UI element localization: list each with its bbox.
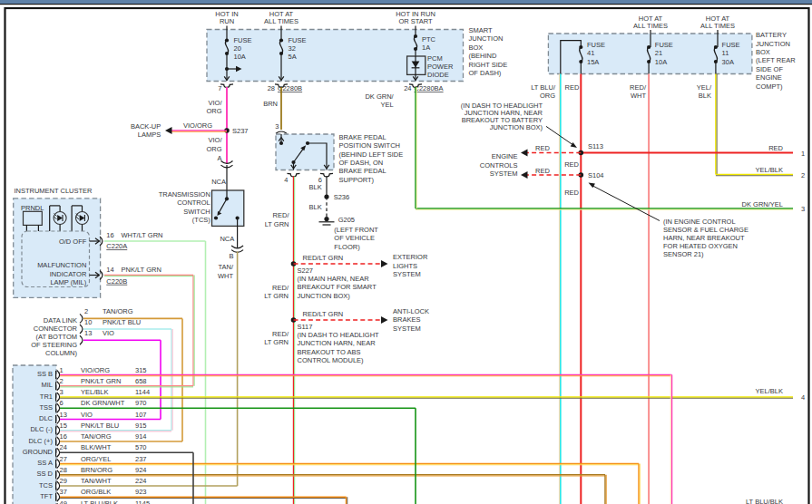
svg-text:RED: RED: [535, 167, 550, 175]
svg-text:FUSE: FUSE: [722, 41, 740, 49]
svg-text:PCM: PCM: [427, 54, 443, 63]
svg-text:ALL TIMES: ALL TIMES: [264, 17, 298, 25]
svg-text:LT GRN: LT GRN: [264, 338, 289, 346]
svg-text:FUSE: FUSE: [289, 36, 307, 44]
svg-text:TCS: TCS: [39, 481, 53, 489]
svg-text:658: 658: [135, 377, 147, 385]
svg-text:ALL TIMES: ALL TIMES: [633, 22, 668, 30]
svg-text:237: 237: [135, 455, 147, 463]
svg-text:PRNDL: PRNDL: [21, 204, 44, 212]
svg-text:S117: S117: [298, 323, 313, 331]
svg-text:2: 2: [60, 377, 64, 385]
svg-text:970: 970: [135, 399, 147, 407]
svg-text:FUSE: FUSE: [234, 36, 252, 44]
svg-text:49: 49: [60, 499, 67, 504]
svg-text:PNK/LT BLU: PNK/LT BLU: [103, 318, 141, 326]
svg-text:5A: 5A: [289, 53, 297, 61]
svg-text:CONTROL: CONTROL: [177, 199, 210, 207]
svg-text:PTC: PTC: [422, 35, 436, 44]
svg-text:RED/: RED/: [272, 284, 289, 292]
svg-text:VIO: VIO: [81, 411, 93, 419]
svg-text:TAN/ORG: TAN/ORG: [81, 432, 112, 441]
svg-text:S236: S236: [334, 193, 350, 201]
svg-text:WHT: WHT: [631, 92, 646, 100]
svg-text:RED: RED: [564, 189, 579, 197]
svg-text:OF STEERING: OF STEERING: [31, 341, 77, 349]
svg-text:EXTERIOR: EXTERIOR: [393, 253, 428, 261]
svg-text:CONNECTOR: CONNECTOR: [34, 325, 78, 333]
svg-text:B: B: [229, 252, 233, 260]
svg-text:LT GRN: LT GRN: [264, 292, 289, 300]
svg-text:15: 15: [60, 422, 67, 430]
svg-text:FUSE: FUSE: [655, 41, 673, 49]
svg-text:BLK: BLK: [309, 203, 322, 211]
svg-text:JUNCTION BOX): JUNCTION BOX): [298, 292, 351, 300]
svg-text:ANTI-LOCK: ANTI-LOCK: [393, 307, 429, 315]
svg-text:ORG/BLK: ORG/BLK: [81, 488, 111, 496]
svg-text:C2280BA: C2280BA: [415, 84, 444, 92]
svg-text:BRN/ORG: BRN/ORG: [81, 466, 113, 474]
svg-text:YEL: YEL: [381, 101, 394, 109]
svg-text:1A: 1A: [422, 44, 430, 52]
svg-text:TRANSMISSION: TRANSMISSION: [159, 190, 210, 199]
svg-text:SS B: SS B: [37, 370, 53, 378]
svg-text:JUNCTION: JUNCTION: [756, 40, 790, 48]
svg-text:(BEHIND LEFT SIDE: (BEHIND LEFT SIDE: [339, 150, 404, 159]
svg-text:BRN: BRN: [263, 100, 278, 108]
svg-text:29: 29: [60, 477, 67, 485]
svg-text:3: 3: [801, 205, 805, 213]
svg-text:C220B: C220B: [106, 277, 127, 286]
svg-text:RED: RED: [768, 144, 783, 152]
svg-text:BOX: BOX: [756, 48, 770, 56]
svg-text:HARN, NEAR BREAKOUT: HARN, NEAR BREAKOUT: [663, 234, 745, 242]
svg-text:BRAKE PEDAL: BRAKE PEDAL: [339, 133, 386, 141]
svg-text:27: 27: [60, 455, 67, 463]
svg-text:SYSTEM: SYSTEM: [393, 270, 421, 278]
svg-text:FUSE: FUSE: [587, 41, 605, 49]
svg-text:OR START: OR START: [398, 17, 433, 25]
svg-text:1145: 1145: [135, 499, 150, 504]
svg-text:RED: RED: [535, 144, 550, 152]
svg-text:NCA: NCA: [220, 235, 234, 243]
svg-text:ORG: ORG: [540, 92, 555, 100]
svg-text:RED/LT GRN: RED/LT GRN: [303, 254, 344, 262]
svg-text:BREAKOUT TO ABS: BREAKOUT TO ABS: [298, 348, 361, 356]
svg-text:LT GRN: LT GRN: [265, 220, 289, 228]
svg-text:13: 13: [84, 329, 92, 337]
svg-text:POWER: POWER: [427, 63, 454, 71]
svg-text:S237: S237: [232, 127, 249, 135]
svg-text:(AT BOTTOM: (AT BOTTOM: [36, 333, 77, 341]
svg-text:POSITION SWITCH: POSITION SWITCH: [339, 141, 401, 150]
svg-text:BLK: BLK: [699, 92, 711, 100]
svg-text:TR1: TR1: [40, 393, 53, 401]
svg-text:RED/LT GRN: RED/LT GRN: [303, 310, 344, 318]
svg-text:915: 915: [135, 422, 147, 430]
svg-text:ORG/YEL: ORG/YEL: [81, 455, 111, 463]
svg-text:2: 2: [84, 307, 88, 315]
svg-text:RIGHT SIDE: RIGHT SIDE: [469, 61, 508, 69]
svg-text:1144: 1144: [135, 388, 150, 396]
svg-text:JUNCTION: JUNCTION: [469, 34, 504, 43]
svg-text:(IN MAIN HARN, NEAR: (IN MAIN HARN, NEAR: [298, 275, 370, 283]
svg-text:SYSTEM: SYSTEM: [490, 170, 518, 178]
svg-text:BRAKE PEDAL: BRAKE PEDAL: [339, 167, 386, 175]
svg-text:VIO/ORG: VIO/ORG: [81, 366, 110, 374]
svg-text:LAMPS: LAMPS: [138, 131, 161, 139]
svg-text:3: 3: [275, 122, 279, 131]
svg-text:32: 32: [289, 44, 296, 53]
svg-text:(LEFT FRONT: (LEFT FRONT: [334, 226, 378, 234]
svg-text:YEL/BLK: YEL/BLK: [756, 166, 783, 174]
svg-text:COLUMN): COLUMN): [45, 349, 78, 357]
svg-text:PNK/LT BLU: PNK/LT BLU: [81, 422, 119, 430]
svg-text:TAN/WHT: TAN/WHT: [81, 477, 112, 485]
svg-text:BATTERY: BATTERY: [756, 31, 787, 39]
svg-text:TAN/ORG: TAN/ORG: [103, 307, 133, 315]
svg-text:CONTROL MODULE): CONTROL MODULE): [298, 356, 365, 364]
svg-text:24: 24: [404, 84, 411, 92]
svg-text:20: 20: [234, 44, 241, 53]
svg-text:ORG: ORG: [206, 145, 221, 153]
svg-text:28: 28: [268, 84, 275, 92]
svg-text:16: 16: [60, 432, 67, 441]
svg-text:BOX: BOX: [469, 44, 484, 52]
svg-text:YEL/BLK: YEL/BLK: [756, 387, 783, 395]
